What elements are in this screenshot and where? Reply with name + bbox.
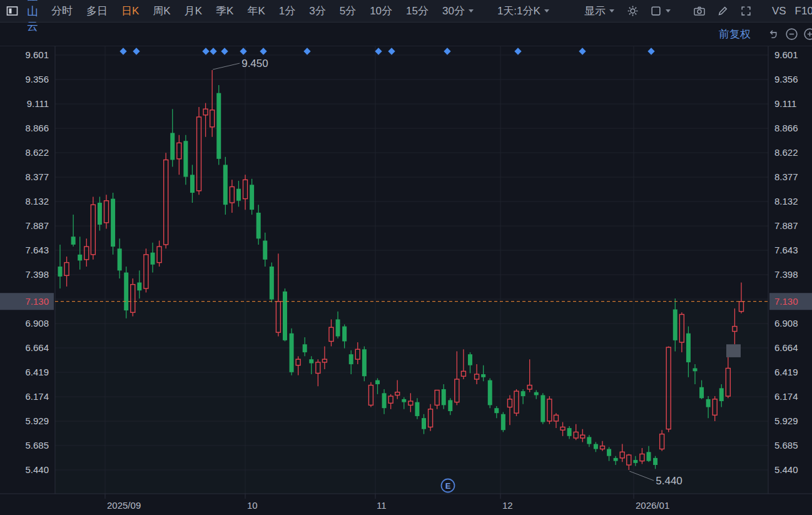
chevron-down-icon [666, 9, 671, 13]
svg-text:E: E [445, 481, 451, 491]
tab-1分[interactable]: 1分 [272, 4, 302, 18]
svg-text:6.174: 6.174 [25, 391, 49, 402]
adjust-mode-button[interactable]: 前复权 [719, 27, 751, 41]
svg-text:8.132: 8.132 [25, 196, 49, 207]
candlestick-chart[interactable]: 9.6019.6019.3569.3569.1119.1118.8668.866… [0, 46, 812, 515]
draw-pencil-icon[interactable] [711, 5, 734, 17]
tab-3分[interactable]: 3分 [302, 4, 332, 18]
tab-5分[interactable]: 5分 [333, 4, 363, 18]
svg-text:6.174: 6.174 [774, 391, 798, 402]
svg-text:6.664: 6.664 [774, 342, 798, 353]
chevron-down-icon [469, 9, 474, 13]
svg-text:6.908: 6.908 [774, 318, 798, 329]
interval-selector[interactable]: 1天:1分K [490, 4, 556, 18]
svg-text:2025/09: 2025/09 [107, 500, 141, 511]
svg-text:9.356: 9.356 [774, 74, 798, 84]
shape-select-icon[interactable] [644, 5, 676, 17]
tab-月K[interactable]: 月K [178, 4, 209, 18]
zoom-out-minus-icon[interactable] [785, 28, 798, 41]
tab-10分[interactable]: 10分 [363, 4, 399, 18]
stock-chart-app: { "toolbar": { "symbol": "金山云", "period_… [0, 0, 812, 515]
earnings-event-marker[interactable]: E [442, 479, 455, 492]
svg-text:7.643: 7.643 [25, 245, 49, 255]
svg-text:9.601: 9.601 [25, 49, 49, 60]
gray-marker-box[interactable] [726, 344, 741, 357]
svg-text:8.622: 8.622 [25, 147, 49, 158]
svg-text:8.132: 8.132 [774, 196, 798, 207]
svg-text:5.685: 5.685 [774, 440, 798, 451]
settings-gear-icon[interactable] [621, 5, 644, 17]
svg-text:12: 12 [502, 500, 513, 511]
svg-text:7.130: 7.130 [774, 296, 798, 307]
svg-text:10: 10 [247, 500, 258, 511]
svg-text:5.440: 5.440 [774, 464, 798, 475]
svg-text:7.643: 7.643 [774, 245, 798, 255]
svg-text:6.419: 6.419 [774, 367, 798, 377]
tab-日K[interactable]: 日K [114, 4, 146, 18]
svg-text:7.398: 7.398 [774, 269, 798, 280]
svg-text:11: 11 [377, 500, 387, 511]
toolbar: 金山云 分时多日日K周K月K季K年K1分3分5分10分15分30分 1天:1分K… [0, 0, 812, 23]
tab-周K[interactable]: 周K [146, 4, 177, 18]
tab-季K[interactable]: 季K [209, 4, 240, 18]
below-price-tint [55, 302, 768, 494]
svg-text:5.929: 5.929 [25, 416, 49, 426]
svg-text:7.130: 7.130 [25, 296, 49, 307]
f10-info-button[interactable]: F10 [791, 5, 812, 18]
chevron-down-icon [544, 9, 549, 13]
display-button[interactable]: 显示 [577, 4, 621, 18]
svg-text:6.419: 6.419 [25, 367, 49, 377]
tab-年K[interactable]: 年K [240, 4, 272, 18]
svg-text:9.356: 9.356 [25, 74, 49, 84]
vs-compare-button[interactable]: VS [768, 5, 791, 18]
svg-text:9.111: 9.111 [27, 98, 49, 109]
tab-多日[interactable]: 多日 [79, 4, 114, 18]
tab-15分[interactable]: 15分 [399, 4, 435, 18]
fullscreen-expand-icon[interactable] [734, 5, 758, 17]
chart-subheader: 前复权 [0, 23, 812, 46]
svg-text:2026/01: 2026/01 [636, 500, 669, 511]
undo-icon[interactable] [767, 28, 780, 41]
svg-text:7.398: 7.398 [25, 269, 49, 280]
svg-text:6.664: 6.664 [25, 342, 49, 353]
svg-text:7.887: 7.887 [25, 220, 49, 231]
camera-snapshot-icon[interactable] [688, 5, 711, 17]
svg-text:8.866: 8.866 [774, 123, 798, 133]
svg-text:7.887: 7.887 [774, 220, 798, 231]
time-axis-labels: 2025/091011122026/01 [107, 500, 669, 511]
svg-text:8.866: 8.866 [25, 123, 49, 133]
svg-text:9.601: 9.601 [774, 49, 798, 60]
svg-text:9.111: 9.111 [774, 98, 796, 109]
period-tabs: 分时多日日K周K月K季K年K1分3分5分10分15分30分 [44, 4, 480, 18]
app-logo-icon [6, 5, 18, 17]
zoom-in-plus-icon[interactable] [803, 28, 812, 41]
svg-text:5.929: 5.929 [774, 416, 798, 426]
svg-text:5.440: 5.440 [656, 475, 683, 487]
tab-分时[interactable]: 分时 [44, 4, 79, 18]
svg-text:6.908: 6.908 [25, 318, 49, 329]
event-diamond-markers[interactable] [119, 48, 654, 54]
svg-text:5.685: 5.685 [25, 440, 49, 451]
svg-text:8.622: 8.622 [774, 147, 798, 158]
svg-text:5.440: 5.440 [25, 464, 49, 475]
svg-text:8.377: 8.377 [25, 171, 49, 182]
svg-text:8.377: 8.377 [774, 171, 798, 182]
chevron-down-icon [609, 9, 614, 13]
svg-text:9.450: 9.450 [241, 58, 268, 69]
tab-30分[interactable]: 30分 [435, 4, 480, 18]
